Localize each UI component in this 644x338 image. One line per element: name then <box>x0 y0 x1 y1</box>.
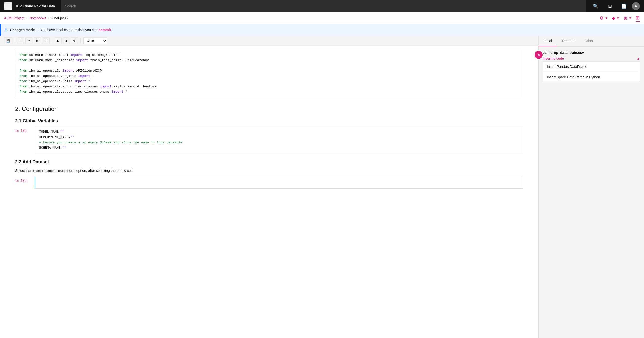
add-icon: ⊕ <box>623 15 628 21</box>
section21-title: 2.1 Global Variables <box>15 118 523 124</box>
chevron-up-icon: ▲ <box>637 57 640 60</box>
breadcrumb: AIOS Project › Notebooks › Final-py36 <box>4 16 68 20</box>
breadcrumb-project[interactable]: AIOS Project <box>4 16 24 20</box>
top-nav: ☰ IBM Cloud Pak for Data 🔍 ⊞ 📄 A <box>0 0 644 12</box>
toolbar-divider-3 <box>80 38 81 43</box>
app-brand: IBM Cloud Pak for Data <box>16 4 55 8</box>
toolbar-divider-1 <box>15 38 15 43</box>
cell-in5-container: In [5]: MODEL_NAME="" DEPLOYMENT_NAME=""… <box>15 127 523 153</box>
add-cell-icon: + <box>20 39 22 43</box>
stop-icon: ■ <box>65 39 67 43</box>
panel-body: call_drop_data_train.csv Insert to code … <box>539 47 644 338</box>
cell-in6[interactable] <box>35 177 523 189</box>
search-icon: 🔍 <box>593 3 598 9</box>
tab-remote[interactable]: Remote <box>557 36 579 46</box>
cell-type-select[interactable]: Code Markdown Raw <box>83 37 107 44</box>
code-line-2: from sklearn.model_selection import trai… <box>19 58 519 63</box>
panel-tabs: Local Remote Other <box>539 36 644 47</box>
search-button[interactable]: 🔍 <box>590 0 602 12</box>
in5-line-1: MODEL_NAME="" <box>39 129 519 135</box>
cell-in6-container: In [6]: <box>15 177 523 189</box>
grid-button[interactable]: ⊞ <box>604 0 616 12</box>
breadcrumb-sep-1: › <box>26 16 27 20</box>
panel-close-button[interactable]: ✕ <box>535 51 543 59</box>
code-line-3: from ibm_ai_openscale import APIClient4I… <box>19 68 519 74</box>
import-cell-container: from sklearn.linear_model import Logisti… <box>15 50 523 97</box>
section22-text: Select the Insert Pandas Dataframe optio… <box>15 168 523 174</box>
info-icon: ℹ <box>5 27 7 33</box>
commit-link[interactable]: commit <box>99 28 111 32</box>
in5-line-3: # Ensure you create a an empty Schema an… <box>39 140 519 145</box>
toolbar-add-button[interactable]: + <box>18 37 24 44</box>
grid-icon: ⊞ <box>608 3 612 9</box>
insert-option-spark[interactable]: Insert Spark DataFrame in Python <box>543 72 640 82</box>
run-icon: ⚙ <box>600 15 604 21</box>
grid-view-button[interactable]: ⊞ <box>636 14 640 22</box>
section22-text1: Select the <box>15 168 32 173</box>
insert-label-text: Insert to code <box>543 57 564 60</box>
import-cell[interactable]: from sklearn.linear_model import Logisti… <box>15 50 523 97</box>
section22-text2: option, after selecting the below cell. <box>75 168 133 173</box>
code-line-empty-1 <box>19 63 519 69</box>
cell-in6-label: In [6]: <box>15 177 33 189</box>
edit-action-button[interactable]: ◆ ▼ <box>612 15 619 21</box>
hamburger-icon: ☰ <box>6 3 10 9</box>
cell-in5[interactable]: MODEL_NAME="" DEPLOYMENT_NAME="" # Ensur… <box>35 127 523 153</box>
copy-icon: ⊞ <box>36 39 39 43</box>
code-line-4: from ibm_ai_openscale.engines import * <box>19 74 519 79</box>
section22-code: Insert Pandas Dataframe <box>32 169 75 173</box>
panel-filename: call_drop_data_train.csv <box>543 51 640 55</box>
right-panel: ✕ Local Remote Other call_drop_data_trai… <box>538 36 644 338</box>
insert-option-pandas[interactable]: Insert Pandas DataFrame <box>543 62 640 72</box>
toolbar-stop-button[interactable]: ■ <box>63 37 69 44</box>
info-banner: ℹ Changes made — You have local changes … <box>0 24 644 36</box>
grid-view-icon: ⊞ <box>636 15 640 20</box>
toolbar-divider-2 <box>52 38 52 43</box>
edit-chevron: ▼ <box>616 16 619 20</box>
paste-icon: ⊟ <box>45 39 47 43</box>
toolbar-cut-button[interactable]: ✂ <box>25 37 32 44</box>
cell-in5-label: In [5]: <box>15 127 33 153</box>
breadcrumb-actions: ⚙ ▼ ◆ ▼ ⊕ ▼ ⊞ <box>600 14 640 22</box>
search-input[interactable] <box>61 0 586 12</box>
avatar[interactable]: A <box>632 2 640 10</box>
tab-other[interactable]: Other <box>580 36 598 46</box>
document-button[interactable]: 📄 <box>618 0 630 12</box>
toolbar-copy-button[interactable]: ⊞ <box>34 37 41 44</box>
hamburger-button[interactable]: ☰ <box>4 2 12 10</box>
tab-local[interactable]: Local <box>539 36 557 46</box>
section22-title: 2.2 Add Dataset <box>15 159 523 165</box>
add-action-button[interactable]: ⊕ ▼ <box>623 15 632 21</box>
banner-text: Changes made — You have local changes th… <box>10 28 113 32</box>
code-line-5: from ibm_ai_openscale.utils import * <box>19 79 519 84</box>
toolbar-paste-button[interactable]: ⊟ <box>43 37 50 44</box>
document-icon: 📄 <box>621 3 627 9</box>
nav-icons: 🔍 ⊞ 📄 A <box>590 0 640 12</box>
breadcrumb-sep-2: › <box>48 16 49 20</box>
insert-dropdown: Insert Pandas DataFrame Insert Spark Dat… <box>543 61 640 82</box>
run-chevron: ▼ <box>605 16 608 20</box>
breadcrumb-current: Final-py36 <box>51 16 68 20</box>
toolbar-save-button[interactable]: 💾 <box>4 37 12 44</box>
edit-icon: ◆ <box>612 15 615 21</box>
banner-bold: Changes made — <box>10 28 39 32</box>
insert-to-code-label[interactable]: Insert to code ▲ <box>543 57 640 60</box>
breadcrumb-bar: AIOS Project › Notebooks › Final-py36 ⚙ … <box>0 12 644 24</box>
notebook-area: 💾 + ✂ ⊞ ⊟ ▶ ■ ↺ <box>0 36 538 338</box>
ibm-label: IBM <box>16 4 22 8</box>
save-icon: 💾 <box>6 39 10 43</box>
restart-icon: ↺ <box>73 39 76 43</box>
breadcrumb-notebooks[interactable]: Notebooks <box>29 16 46 20</box>
run-cell-icon: ▶ <box>57 39 59 43</box>
toolbar-run-button[interactable]: ▶ <box>55 37 62 44</box>
banner-period: . <box>112 28 113 32</box>
notebook-toolbar: 💾 + ✂ ⊞ ⊟ ▶ ■ ↺ <box>0 36 538 46</box>
main-layout: 💾 + ✂ ⊞ ⊟ ▶ ■ ↺ <box>0 36 644 338</box>
cut-icon: ✂ <box>28 39 30 43</box>
in5-line-4: SCHEMA_NAME="" <box>39 145 519 151</box>
close-icon: ✕ <box>537 53 540 57</box>
product-label: Cloud Pak for Data <box>23 4 55 8</box>
banner-message: You have local changes that you can <box>40 28 98 32</box>
run-action-button[interactable]: ⚙ ▼ <box>600 15 608 21</box>
toolbar-restart-button[interactable]: ↺ <box>71 37 78 44</box>
